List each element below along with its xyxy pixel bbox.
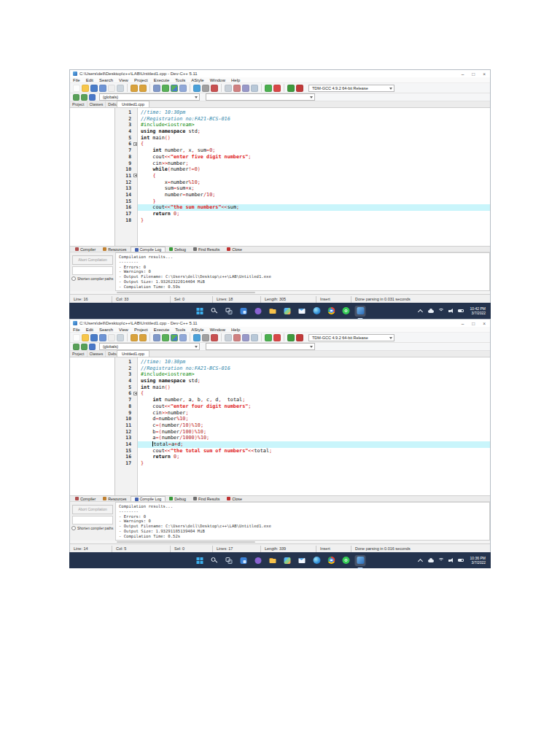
check-syntax-icon[interactable] xyxy=(265,85,272,92)
profile-icon[interactable] xyxy=(202,85,209,92)
menu-item[interactable]: Project xyxy=(134,78,148,82)
menu-item[interactable]: Help xyxy=(231,78,240,82)
code-line[interactable]: 15 } xyxy=(115,198,490,205)
compile-run-icon[interactable] xyxy=(171,334,178,341)
code-line[interactable]: 13 sum=sum+x; xyxy=(115,185,490,192)
menu-item[interactable]: Help xyxy=(231,328,240,332)
code-line[interactable]: 1//time: 10:30pm xyxy=(115,109,490,116)
volume-icon[interactable] xyxy=(448,557,455,564)
compiler-combo[interactable]: TDM-GCC 4.9.2 64-bit Release xyxy=(308,85,394,92)
run-icon[interactable] xyxy=(162,85,169,92)
redo-icon[interactable] xyxy=(139,85,147,92)
search-icon[interactable] xyxy=(209,306,220,317)
jump-back-icon[interactable] xyxy=(73,94,79,101)
title-bar[interactable]: C:\Users\dell\Desktop\c++\LAB\Untitled1.… xyxy=(70,70,490,77)
window-icon[interactable] xyxy=(251,334,258,341)
minimize-button[interactable]: – xyxy=(462,71,464,77)
task-view-icon[interactable] xyxy=(224,555,235,566)
fold-marker-icon[interactable] xyxy=(133,390,139,397)
side-tab[interactable]: Project xyxy=(70,351,88,357)
close-x-icon[interactable] xyxy=(273,85,281,92)
menu-item[interactable]: Tools xyxy=(175,328,185,332)
code-line[interactable]: 7 int number, x, sum=0; xyxy=(115,147,490,154)
stop-icon[interactable] xyxy=(211,85,218,92)
compile-tab-close[interactable]: Close xyxy=(223,496,246,501)
menu-item[interactable]: Edit xyxy=(86,78,93,82)
jump-back-icon[interactable] xyxy=(73,344,79,350)
minimize-button[interactable]: – xyxy=(462,320,464,327)
volume-icon[interactable] xyxy=(448,307,455,314)
menu-item[interactable]: View xyxy=(119,328,128,332)
compile-tab-find-results[interactable]: Find Results xyxy=(190,496,223,501)
properties-icon[interactable] xyxy=(242,334,249,341)
package-green-icon[interactable] xyxy=(287,334,295,341)
photos-icon[interactable] xyxy=(282,306,293,317)
compile-icon[interactable] xyxy=(153,334,160,341)
open-icon[interactable] xyxy=(82,334,89,341)
close-button[interactable]: × xyxy=(483,71,486,77)
compile-tab-resources[interactable]: Resources xyxy=(99,496,130,501)
fold-marker-icon[interactable] xyxy=(133,141,139,147)
shorten-paths-option[interactable]: Shorten compiler paths xyxy=(70,276,115,281)
code-line[interactable]: 10 d=number%10; xyxy=(115,416,490,422)
taskbar-clock[interactable]: 10:36 PM 3/7/2022 xyxy=(470,556,486,565)
globals-combo[interactable]: (globals) xyxy=(99,343,200,350)
widgets-icon[interactable] xyxy=(238,555,249,566)
code-line[interactable]: 18} xyxy=(115,217,490,224)
debug-icon[interactable] xyxy=(193,85,201,92)
maximize-button[interactable]: □ xyxy=(472,71,475,77)
scrollbar-thumb[interactable] xyxy=(117,541,255,543)
code-line[interactable]: 2//Registration no:FA21-BCS-016 xyxy=(115,365,490,372)
compile-tab-debug[interactable]: Debug xyxy=(166,247,190,252)
battery-icon[interactable] xyxy=(458,307,465,314)
save-all-icon[interactable] xyxy=(99,334,106,341)
class-browser-icon[interactable] xyxy=(89,94,96,101)
file-explorer-icon[interactable] xyxy=(268,555,279,566)
undo-icon[interactable] xyxy=(131,85,138,92)
close-icon[interactable] xyxy=(108,85,115,92)
code-line[interactable]: 6{ xyxy=(115,141,490,147)
app-purple-icon[interactable] xyxy=(253,555,264,566)
code-line[interactable]: 14 total=a+d; xyxy=(115,441,490,448)
jump-forward-icon[interactable] xyxy=(81,94,88,101)
package-green-icon[interactable] xyxy=(287,85,295,92)
package-red-icon[interactable] xyxy=(296,85,303,92)
cloud-icon[interactable] xyxy=(427,557,435,564)
rebuild-icon[interactable] xyxy=(179,85,187,92)
editor-hscrollbar[interactable] xyxy=(70,541,490,543)
start-icon[interactable] xyxy=(195,555,206,566)
code-line[interactable]: 16 cout<<"the sum numbers"<<sum; xyxy=(115,204,490,211)
abort-compilation-button[interactable]: Abort Compilation xyxy=(72,255,113,265)
code-line[interactable]: 3#include<iostream> xyxy=(115,371,490,378)
compile-icon[interactable] xyxy=(153,85,160,92)
globals-combo[interactable]: (globals) xyxy=(99,93,200,101)
rebuild-icon[interactable] xyxy=(179,334,187,341)
window-icon[interactable] xyxy=(251,85,258,92)
print-icon[interactable] xyxy=(117,334,124,341)
code-line[interactable]: 3#include<iostream> xyxy=(115,122,490,128)
menu-item[interactable]: File xyxy=(73,78,80,82)
code-line[interactable]: 4using namespace std; xyxy=(115,378,490,384)
compile-tab-compiler[interactable]: Compiler xyxy=(71,496,99,501)
code-line[interactable]: 9 cin>>number; xyxy=(115,410,490,417)
browser-icon[interactable] xyxy=(326,555,337,566)
class-browser-icon[interactable] xyxy=(89,344,96,350)
run-icon[interactable] xyxy=(162,334,169,341)
compile-tab-compile-log[interactable]: Compile Log xyxy=(131,496,166,501)
app-purple-icon[interactable] xyxy=(253,306,264,317)
close-icon[interactable] xyxy=(108,334,115,341)
editor-tab[interactable]: Untitled1.cpp xyxy=(117,350,149,357)
menu-item[interactable]: Search xyxy=(99,78,113,82)
side-tab[interactable]: Project xyxy=(70,101,88,107)
wifi-icon[interactable] xyxy=(438,307,445,314)
remove-icon[interactable] xyxy=(233,85,241,92)
code-line[interactable]: 16 return 0; xyxy=(115,454,490,460)
debug-icon[interactable] xyxy=(193,334,201,341)
redo-icon[interactable] xyxy=(139,334,147,341)
compile-tab-close[interactable]: Close xyxy=(223,247,246,252)
compile-tab-debug[interactable]: Debug xyxy=(166,496,190,501)
code-line[interactable]: 11 { xyxy=(115,173,490,179)
code-line[interactable]: 8 cout<<"enter four digit numbers"; xyxy=(115,403,490,410)
code-line[interactable]: 5int main() xyxy=(115,135,490,142)
code-line[interactable]: 15 cout<<"the total sum of numbers"<<tot… xyxy=(115,448,490,454)
